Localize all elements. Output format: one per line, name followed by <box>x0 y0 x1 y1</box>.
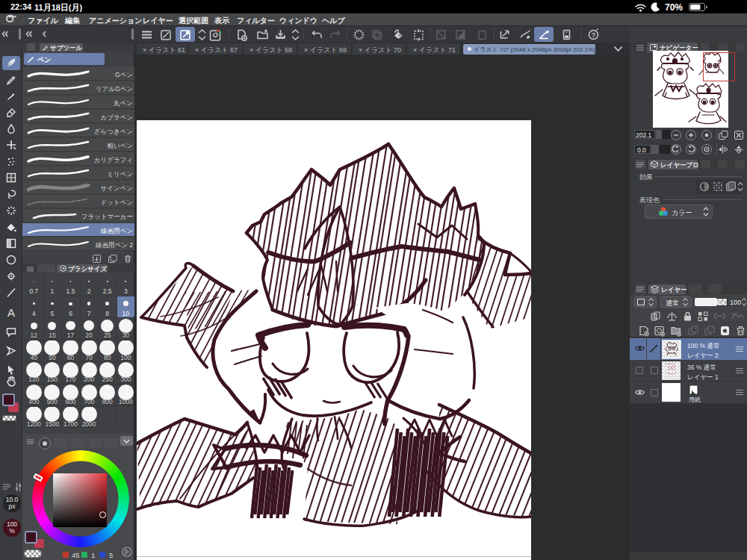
svg-text:A: A <box>7 306 15 318</box>
svg-text:?: ? <box>591 31 595 39</box>
